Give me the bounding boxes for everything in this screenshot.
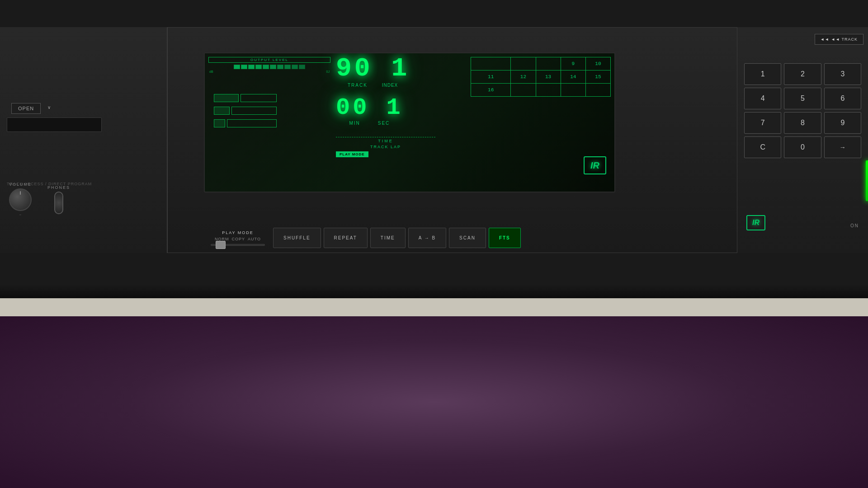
track-label: TRACK <box>348 83 368 88</box>
track-top-label: ◄◄ TRACK <box>831 37 858 42</box>
right-panel: ◄◄ ◄◄ TRACK 1 2 3 4 5 6 7 8 9 C 0 → IR O… <box>737 27 868 253</box>
level-bar-9 <box>292 65 298 69</box>
track-index-labels: TRACK INDEX <box>336 83 410 88</box>
key-1[interactable]: 1 <box>744 63 781 85</box>
key-9[interactable]: 9 <box>824 112 861 134</box>
key-7[interactable]: 7 <box>744 112 781 134</box>
display-screen: OUTPUT LEVEL dB 0J <box>204 52 615 192</box>
time-digits: 00 1 <box>336 96 403 120</box>
a-b-button[interactable]: A → B <box>408 228 446 248</box>
ir-icon-right: IR <box>746 215 765 230</box>
shuffle-button[interactable]: SHUFFLE <box>273 228 321 248</box>
zero-db-label: 0J <box>326 70 330 73</box>
track-row-1: 11 12 13 14 15 <box>471 70 611 84</box>
vis-block-1b <box>241 94 277 102</box>
key-4[interactable]: 4 <box>744 88 781 109</box>
open-button[interactable]: OPEN <box>11 103 41 114</box>
output-level-label: OUTPUT LEVEL <box>208 57 330 63</box>
track-number-digits: 90 1 <box>336 56 410 82</box>
track-cell-10: 10 <box>585 57 610 70</box>
level-bar-1 <box>234 65 240 69</box>
fabric <box>0 316 868 488</box>
level-bars-container <box>208 65 330 69</box>
ir-icon-display: IR <box>584 156 606 174</box>
skip-back-icon: ◄◄ <box>821 37 830 42</box>
track-cell-empty-1 <box>471 57 511 70</box>
track-cell-empty-3 <box>536 57 561 70</box>
green-indicator <box>866 160 868 201</box>
min-label: MIN <box>349 121 360 126</box>
track-cell-empty-5 <box>536 84 561 97</box>
vis-block-1a <box>214 94 239 102</box>
track-top-button[interactable]: ◄◄ ◄◄ TRACK <box>815 34 863 45</box>
track-lap-label: TRACK LAP <box>336 145 435 149</box>
track-index-display: 90 1 TRACK INDEX <box>336 56 410 88</box>
vis-block-2a <box>214 107 230 115</box>
key-enter[interactable]: → <box>824 136 861 158</box>
ir-display-logo: IR <box>584 156 606 174</box>
mode-slider-thumb[interactable] <box>216 241 226 249</box>
repeat-button[interactable]: REPEAT <box>324 228 368 248</box>
track-cell-9: 9 <box>561 57 585 70</box>
track-cell-empty-7 <box>585 84 610 97</box>
track-grid-table: 9 10 11 12 13 14 15 16 <box>471 57 611 97</box>
open-chevron-icon: ∨ <box>47 105 51 110</box>
tape-slot <box>7 117 102 132</box>
level-bar-7 <box>277 65 283 69</box>
volume-minus: − <box>19 213 22 217</box>
time-marker: TIME <box>336 137 435 143</box>
vis-block-2b <box>231 107 277 115</box>
key-0[interactable]: 0 <box>784 136 821 158</box>
level-bar-6 <box>270 65 276 69</box>
level-bar-10 <box>299 65 305 69</box>
key-5[interactable]: 5 <box>784 88 821 109</box>
music-visualizer <box>214 94 277 127</box>
min-sec-labels: MIN SEC <box>336 121 403 126</box>
play-mode-section: PLAY MODE NORM COPY AUTO <box>204 230 272 246</box>
vis-row-1 <box>214 94 277 102</box>
level-bar-4 <box>255 65 262 69</box>
vis-block-3b <box>227 119 277 127</box>
controls-row: PLAY MODE NORM COPY AUTO SHUFFLE REPEAT … <box>204 228 732 248</box>
play-mode-label: PLAY MODE <box>222 230 254 235</box>
play-mode-badge: PLAY MODE <box>336 151 368 157</box>
level-bar-2 <box>241 65 247 69</box>
key-8[interactable]: 8 <box>784 112 821 134</box>
copy-label: COPY <box>232 237 245 241</box>
track-cell-12: 12 <box>511 70 536 84</box>
key-3[interactable]: 3 <box>824 63 861 85</box>
cd-player-main: OUTPUT LEVEL dB 0J <box>167 27 741 253</box>
volume-knob[interactable] <box>9 188 32 211</box>
track-row-0: 9 10 <box>471 57 611 70</box>
scan-button[interactable]: SCAN <box>449 228 486 248</box>
track-grid: 9 10 11 12 13 14 15 16 <box>471 57 611 179</box>
key-6[interactable]: 6 <box>824 88 861 109</box>
track-row-2: 16 <box>471 84 611 97</box>
volume-control: VOLUME − <box>9 182 32 217</box>
fts-button[interactable]: FTS <box>489 228 521 248</box>
level-bar-8 <box>284 65 291 69</box>
track-cell-14: 14 <box>561 70 585 84</box>
vis-row-3 <box>214 119 277 127</box>
time-button[interactable]: TIME <box>370 228 406 248</box>
db-label: dB <box>209 70 213 73</box>
volume-section: VOLUME − PHONES <box>9 182 70 217</box>
sec-label: SEC <box>378 121 390 126</box>
keypad: 1 2 3 4 5 6 7 8 9 C 0 → <box>744 63 861 158</box>
key-2[interactable]: 2 <box>784 63 821 85</box>
level-bar-3 <box>248 65 255 69</box>
level-bar-5 <box>263 65 269 69</box>
track-cell-11: 11 <box>471 70 511 84</box>
track-cell-13: 13 <box>536 70 561 84</box>
level-scale: dB 0J <box>208 70 330 73</box>
time-display: 00 1 MIN SEC <box>336 96 403 126</box>
time-track-section: TIME TRACK LAP PLAY MODE <box>336 137 435 157</box>
vis-block-3a <box>214 119 225 127</box>
track-cell-empty-2 <box>511 57 536 70</box>
key-c[interactable]: C <box>744 136 781 158</box>
phones-jack[interactable] <box>54 192 63 214</box>
track-cell-16: 16 <box>471 84 511 97</box>
ir-logo-right: IR <box>746 215 765 230</box>
track-cell-empty-6 <box>561 84 585 97</box>
mode-slider-track <box>211 244 265 246</box>
